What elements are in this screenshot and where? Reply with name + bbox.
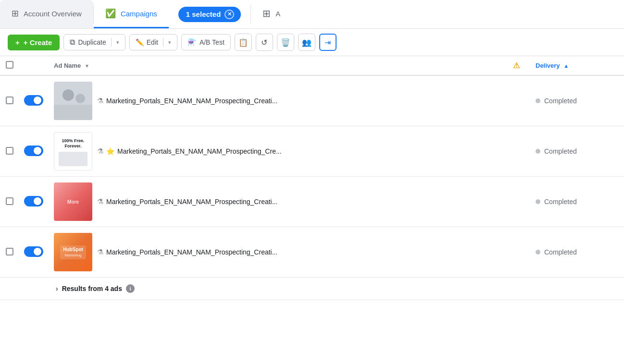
ab-test-button[interactable]: ⚗️ A/B Test (181, 34, 231, 50)
row-toggle-2[interactable] (24, 146, 43, 156)
delivery-status-4: Completed (536, 248, 616, 256)
top-nav: ⊞ Account Overview ✅ Campaigns 1 selecte… (0, 0, 624, 29)
create-button[interactable]: + + Create (8, 35, 60, 50)
refresh-icon: ↺ (261, 38, 267, 47)
delivery-text-2: Completed (544, 147, 577, 155)
delete-button[interactable]: 🗑️ (277, 34, 294, 51)
ad-thumbnail-4: HubSpot Marketing (54, 233, 92, 271)
edit-divider (163, 38, 163, 47)
row-checkbox-1[interactable] (6, 97, 13, 104)
duplicate-divider (111, 38, 112, 47)
star-icon: ⭐ (106, 147, 114, 155)
flask-icon-4: ⚗ (97, 248, 103, 256)
row-toggle-4[interactable] (24, 246, 43, 257)
warning-cell-4 (505, 227, 528, 278)
ad-thumbnail-1 (54, 82, 92, 120)
export-button[interactable]: ⇥ (319, 34, 337, 51)
create-label: + Create (24, 38, 52, 47)
ad-thumbnail-3: More (54, 182, 92, 221)
tab-campaigns[interactable]: ✅ Campaigns (94, 0, 169, 28)
ads-table: Ad Name ▾ ⚠ Delivery ▲ ⚗ (0, 56, 624, 300)
status-dot-4 (536, 250, 540, 255)
selected-badge: 1 selected ✕ (178, 7, 241, 22)
campaigns-tab-label: Campaigns (121, 10, 157, 18)
delivery-text-1: Completed (544, 97, 577, 105)
results-empty-warn (505, 278, 528, 300)
tab-account-overview[interactable]: ⊞ Account Overview (0, 0, 93, 28)
delivery-sort-icon: ▲ (563, 63, 569, 69)
clipboard-button[interactable]: 📋 (235, 34, 252, 51)
duplicate-button[interactable]: ⧉ Duplicate ▾ (63, 34, 125, 50)
ad-row-content-4: HubSpot Marketing ⚗ Marketing_Portals_EN… (54, 233, 499, 271)
table-header-row: Ad Name ▾ ⚠ Delivery ▲ (0, 56, 624, 75)
deselect-button[interactable]: ✕ (225, 10, 234, 19)
header-warning: ⚠ (505, 56, 528, 75)
refresh-button[interactable]: ↺ (256, 34, 273, 51)
warning-triangle-icon: ⚠ (513, 61, 520, 70)
edit-chevron-icon: ▾ (168, 39, 171, 46)
delivery-status-3: Completed (536, 198, 616, 206)
results-chevron-icon: › (56, 285, 58, 292)
selected-badge-container: 1 selected ✕ (169, 0, 251, 28)
header-delivery[interactable]: Delivery ▲ (528, 56, 624, 75)
duplicate-icon: ⧉ (70, 38, 75, 47)
clipboard-icon: 📋 (238, 38, 248, 47)
table-row: ⚗ Marketing_Portals_EN_NAM_NAM_Prospecti… (0, 75, 624, 126)
ad-grid-icon: ⊞ (262, 8, 271, 19)
share-people-icon: 👥 (302, 38, 312, 47)
edit-button[interactable]: ✏️ Edit ▾ (129, 34, 177, 50)
delivery-text-4: Completed (544, 248, 577, 256)
ad-name-2: Marketing_Portals_EN_NAM_NAM_Prospecting… (117, 147, 282, 155)
ad-tab-label: A (275, 10, 280, 18)
ad-thumbnail-2: 100% Free.Forever. (54, 132, 92, 170)
duplicate-chevron-icon: ▾ (116, 39, 119, 46)
warning-cell-2 (505, 126, 528, 177)
ad-name-text-1: ⚗ Marketing_Portals_EN_NAM_NAM_Prospecti… (97, 97, 277, 105)
ad-row-content-3: More ⚗ Marketing_Portals_EN_NAM_NAM_Pros… (54, 182, 499, 221)
results-empty-delivery (528, 278, 624, 300)
ad-row-content-2: 100% Free.Forever. ⚗ ⭐ Marketing_Portals… (54, 132, 499, 170)
header-ad-name[interactable]: Ad Name ▾ (48, 56, 505, 75)
delivery-text-3: Completed (544, 198, 577, 206)
ad-name-3: Marketing_Portals_EN_NAM_NAM_Prospecting… (106, 198, 277, 206)
ab-test-label: A/B Test (200, 38, 225, 46)
share-button[interactable]: 👥 (298, 34, 315, 51)
row-checkbox-4[interactable] (6, 248, 13, 255)
ad-row-content-1: ⚗ Marketing_Portals_EN_NAM_NAM_Prospecti… (54, 82, 499, 120)
delivery-label: Delivery (536, 62, 560, 69)
delivery-status-2: Completed (536, 147, 616, 155)
ad-name-1: Marketing_Portals_EN_NAM_NAM_Prospecting… (106, 97, 277, 105)
ad-name-text-4: ⚗ Marketing_Portals_EN_NAM_NAM_Prospecti… (97, 248, 277, 256)
results-content-cell: › Results from 4 ads i (48, 278, 505, 300)
row-toggle-3[interactable] (24, 196, 43, 206)
account-overview-icon: ⊞ (12, 8, 19, 19)
selected-count-label: 1 selected (186, 10, 221, 18)
row-checkbox-2[interactable] (6, 147, 13, 155)
select-all-checkbox[interactable] (6, 61, 13, 69)
results-empty-toggle (19, 278, 48, 300)
status-dot-2 (536, 149, 540, 154)
header-toggle (19, 56, 48, 75)
status-dot-3 (536, 199, 540, 204)
flask-icon-2: ⚗ (97, 147, 103, 156)
table-row: More ⚗ Marketing_Portals_EN_NAM_NAM_Pros… (0, 177, 624, 227)
account-tab-label: Account Overview (24, 10, 82, 18)
delivery-status-1: Completed (536, 97, 616, 105)
edit-pencil-icon: ✏️ (136, 38, 144, 46)
results-empty-check (0, 278, 19, 300)
table-row: 100% Free.Forever. ⚗ ⭐ Marketing_Portals… (0, 126, 624, 177)
results-info-icon[interactable]: i (126, 284, 135, 293)
status-dot-1 (536, 98, 540, 103)
ad-name-4: Marketing_Portals_EN_NAM_NAM_Prospecting… (106, 248, 277, 256)
row-checkbox-3[interactable] (6, 197, 13, 205)
tab-ad[interactable]: ⊞ A (251, 0, 292, 28)
results-content: › Results from 4 ads i (56, 284, 497, 293)
row-toggle-1[interactable] (24, 95, 43, 106)
flask-icon-1: ⚗ (97, 97, 103, 105)
toolbar: + + Create ⧉ Duplicate ▾ ✏️ Edit ▾ ⚗️ A/… (0, 29, 624, 56)
ad-name-text-2: ⚗ ⭐ Marketing_Portals_EN_NAM_NAM_Prospec… (97, 147, 282, 156)
ad-name-text-3: ⚗ Marketing_Portals_EN_NAM_NAM_Prospecti… (97, 197, 277, 206)
header-select-all[interactable] (0, 56, 19, 75)
warning-cell-1 (505, 75, 528, 126)
campaigns-check-icon: ✅ (105, 8, 116, 19)
